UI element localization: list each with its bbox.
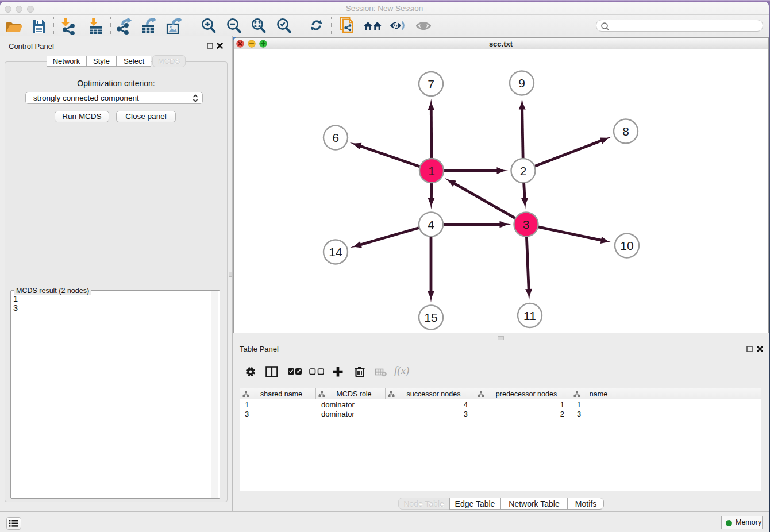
svg-text:7: 7: [428, 78, 434, 91]
svg-text:1: 1: [428, 164, 435, 178]
svg-text:11: 11: [523, 309, 536, 322]
svg-text:6: 6: [332, 131, 339, 144]
svg-text:10: 10: [620, 239, 633, 252]
svg-text:3: 3: [523, 218, 530, 231]
svg-text:9: 9: [518, 76, 525, 90]
svg-text:15: 15: [424, 311, 437, 324]
svg-text:4: 4: [428, 218, 434, 231]
svg-text:14: 14: [329, 245, 342, 259]
svg-text:2: 2: [520, 164, 527, 178]
svg-text:8: 8: [622, 125, 629, 138]
